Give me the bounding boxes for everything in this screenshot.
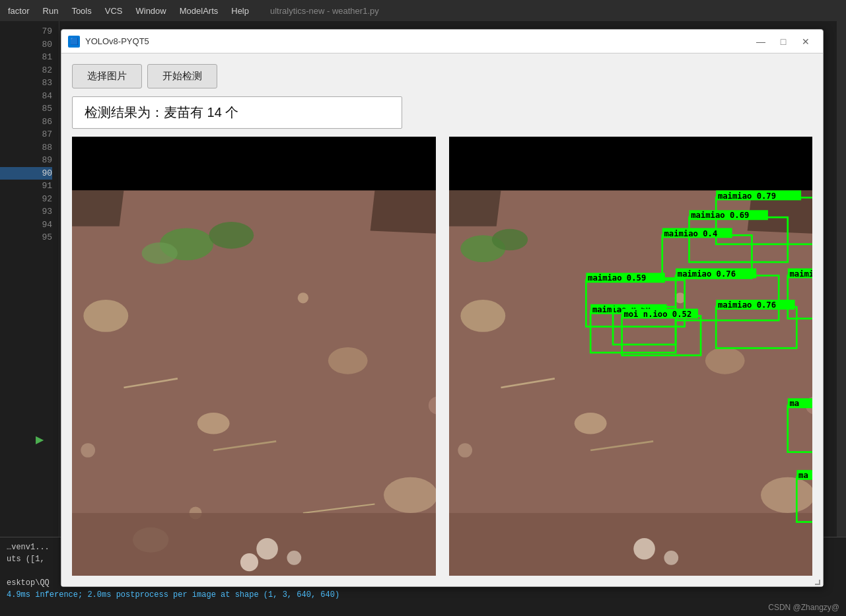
svg-point-19 [256, 538, 278, 560]
detected-image: maimiao 0.79 maimiao 0.69 maimiao 0.4 ma… [449, 137, 813, 576]
line-85: 85 [0, 102, 52, 116]
menu-bar: factor Run Tools VCS Window ModelArts He… [0, 0, 846, 21]
resize-handle[interactable] [815, 580, 820, 585]
svg-point-24 [460, 300, 505, 332]
svg-point-5 [328, 347, 368, 374]
svg-point-16 [209, 222, 254, 249]
svg-point-9 [298, 292, 308, 303]
svg-text:maimiao 0.76: maimiao 0.76 [677, 269, 735, 279]
dialog-titlebar: 🟦 YOLOv8-PYQT5 — □ ✕ [61, 30, 823, 53]
minimize-button[interactable]: — [750, 32, 771, 51]
maximize-button[interactable]: □ [773, 32, 794, 51]
line-87: 87 [0, 128, 52, 141]
svg-point-27 [761, 477, 812, 513]
detected-image-svg: maimiao 0.79 maimiao 0.69 maimiao 0.4 ma… [449, 137, 813, 576]
line-89: 89 [0, 154, 52, 167]
svg-point-26 [705, 347, 744, 374]
svg-point-20 [287, 551, 301, 565]
svg-point-34 [491, 229, 527, 251]
svg-text:maimiao 0.79: maimiao 0.79 [717, 191, 775, 201]
menu-item-tools[interactable]: Tools [66, 5, 96, 17]
svg-rect-35 [449, 513, 813, 576]
line-numbers: 79 80 81 82 83 84 85 86 87 88 89 90 91 9… [0, 21, 59, 589]
start-detect-button[interactable]: 开始检测 [147, 64, 217, 88]
svg-point-37 [664, 551, 678, 565]
buttons-row: 选择图片 开始检测 [72, 64, 812, 88]
svg-text:ma: ma [789, 399, 799, 409]
csdn-watermark: CSDN @Zhangzy@ [768, 603, 839, 612]
svg-rect-22 [449, 137, 813, 190]
original-image [72, 137, 436, 576]
svg-point-17 [142, 242, 178, 264]
svg-point-3 [83, 300, 128, 332]
svg-text:ma: ma [798, 471, 808, 480]
line-82: 82 [0, 64, 52, 77]
svg-text:maimiao 0.76: maimiao 0.76 [717, 300, 775, 310]
dialog-app-icon: 🟦 [68, 36, 80, 48]
svg-point-6 [384, 477, 435, 513]
menu-item-factor[interactable]: factor [3, 5, 35, 17]
menu-item-modelarts[interactable]: ModelArts [174, 5, 224, 17]
svg-text:maimiao 0.69: maimiao 0.69 [691, 211, 749, 221]
svg-text:maimiao: maimiao [789, 269, 812, 279]
line-94: 94 [0, 219, 52, 232]
dialog-content: 选择图片 开始检测 检测结果为：麦苗有 14 个 [61, 53, 823, 586]
svg-point-8 [81, 443, 95, 458]
close-button[interactable]: ✕ [795, 32, 816, 51]
line-79: 79 [0, 25, 52, 38]
terminal-line-5: 4.9ms inference; 2.0ms postprocess per i… [7, 589, 839, 601]
scrollbar[interactable] [837, 21, 846, 563]
line-83: 83 [0, 77, 52, 90]
svg-rect-0 [72, 137, 436, 190]
menu-item-window[interactable]: Window [130, 5, 171, 17]
line-91: 91 [0, 180, 52, 193]
line-88: 88 [0, 141, 52, 154]
menu-item-vcs[interactable]: VCS [100, 5, 128, 17]
svg-text:moi n.ioo 0.52: moi n.ioo 0.52 [623, 310, 691, 319]
line-86: 86 [0, 116, 52, 129]
yolo-dialog: 🟦 YOLOv8-PYQT5 — □ ✕ 选择图片 开始检测 检测结果为：麦苗有… [61, 29, 824, 587]
run-icon[interactable]: ▶ [36, 433, 44, 446]
line-95: 95 [0, 231, 52, 244]
line-90-active: 90 [0, 167, 52, 180]
menu-item-help[interactable]: Help [226, 5, 254, 17]
line-84: 84 [0, 90, 52, 103]
svg-point-28 [458, 443, 472, 458]
dialog-title: YOLOv8-PYQT5 [85, 36, 750, 46]
line-81: 81 [0, 51, 52, 64]
svg-point-4 [197, 413, 230, 434]
images-row: maimiao 0.79 maimiao 0.69 maimiao 0.4 ma… [72, 137, 812, 576]
file-title: ultralytics-new - weather1.py [270, 6, 379, 16]
menu-item-run[interactable]: Run [38, 5, 64, 17]
dialog-controls: — □ ✕ [750, 32, 816, 51]
line-92: 92 [0, 193, 52, 206]
original-image-svg [72, 137, 436, 576]
result-label: 检测结果为：麦苗有 14 个 [72, 96, 402, 129]
svg-text:maimiao 0.59: maimiao 0.59 [588, 274, 646, 283]
svg-text:maimiao 0.4: maimiao 0.4 [664, 229, 717, 238]
svg-point-36 [633, 538, 655, 560]
line-80: 80 [0, 38, 52, 51]
line-93: 93 [0, 205, 52, 219]
svg-point-25 [574, 413, 606, 434]
select-image-button[interactable]: 选择图片 [72, 64, 142, 88]
svg-point-21 [240, 553, 258, 571]
